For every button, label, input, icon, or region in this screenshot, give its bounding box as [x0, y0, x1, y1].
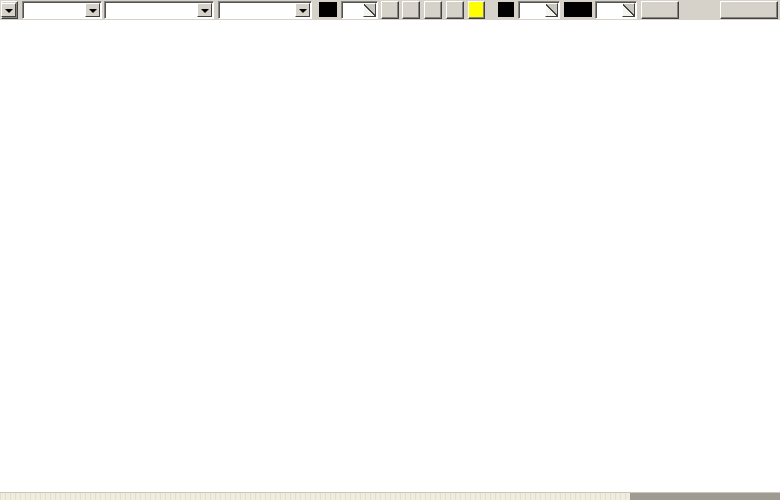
apply-button[interactable] — [641, 1, 679, 19]
spinner-icon[interactable] — [545, 3, 558, 17]
price-chart-plot[interactable] — [0, 20, 780, 492]
chevron-down-icon[interactable] — [85, 3, 100, 17]
period-minute-button[interactable] — [446, 1, 464, 19]
market-category-select[interactable] — [22, 1, 102, 19]
spinner-icon[interactable] — [622, 3, 635, 17]
bar-interval-label — [319, 2, 337, 17]
tick-count-stepper[interactable] — [518, 1, 560, 19]
bottom-scrollbar[interactable] — [0, 492, 780, 500]
spinner-icon[interactable] — [363, 3, 376, 17]
bar-count-label — [564, 2, 592, 17]
chevron-down-icon — [1, 3, 16, 17]
instrument-select[interactable] — [104, 1, 214, 19]
period-week-button[interactable] — [402, 1, 420, 19]
multi-symbol-button[interactable] — [720, 1, 778, 19]
chart-style-dropdown-button[interactable] — [1, 1, 18, 19]
chart-area — [0, 20, 780, 492]
chevron-down-icon[interactable] — [197, 3, 212, 17]
scrollbar-thumb[interactable] — [630, 493, 780, 500]
bar-count-stepper[interactable] — [595, 1, 637, 19]
bar-interval-stepper[interactable] — [341, 1, 378, 19]
tick-label — [498, 2, 514, 17]
period-day-button[interactable] — [381, 1, 399, 19]
period-month-button[interactable] — [424, 1, 442, 19]
toolbar — [0, 0, 780, 21]
chevron-down-icon[interactable] — [295, 3, 310, 17]
contract-month-select[interactable] — [218, 1, 312, 19]
period-tick-button[interactable] — [468, 1, 485, 19]
